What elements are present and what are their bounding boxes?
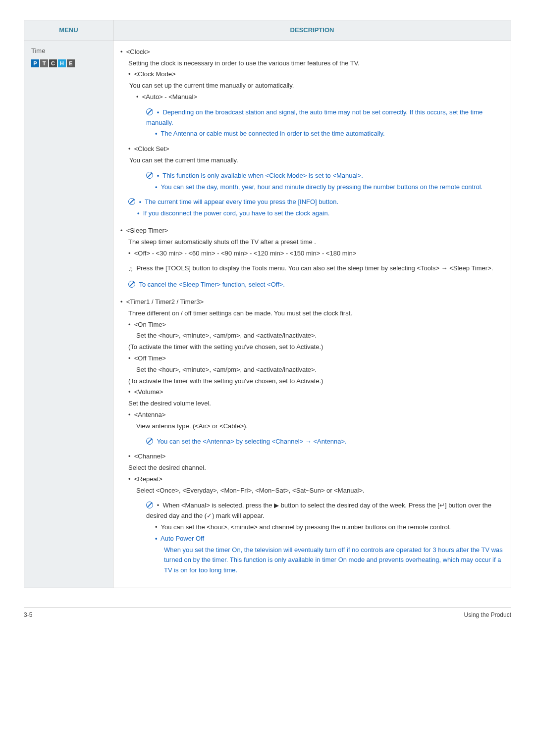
note-icon [146, 108, 153, 115]
sleep-cancel: To cancel the <Sleep Timer> function, se… [139, 281, 285, 288]
badge-p: P [31, 59, 39, 67]
timer-title: <Timer1 / Timer2 / Timer3> [126, 298, 204, 305]
timer-intro: Three different on / off timer settings … [120, 308, 504, 319]
note-icon [146, 172, 153, 179]
clock-title: <Clock> [126, 48, 150, 55]
badge-e: E [67, 59, 75, 67]
clock-set-title: <Clock Set> [134, 145, 169, 152]
clock-set-note1: This function is only available when <Cl… [162, 172, 363, 179]
ontime-l1: Set the <hour>, <minute>, <am/pm>, and <… [120, 331, 504, 341]
header-menu: MENU [24, 20, 113, 41]
sleep-desc: The sleep timer automatically shuts off … [120, 237, 504, 248]
note-icon [146, 438, 153, 445]
repeat-desc: Select <Once>, <Everyday>, <Mon~Fri>, <M… [120, 486, 504, 496]
badge-t: T [40, 59, 48, 67]
check-icon: ✓ [207, 512, 212, 519]
clock-mode-note1: Depending on the broadcast station and s… [146, 108, 482, 126]
offtime-l1: Set the <hour>, <minute>, <am/pm>, and <… [120, 365, 504, 375]
enter-icon: ↵ [439, 502, 445, 509]
badge-h: H [58, 59, 66, 67]
page-footer: 3-5 Using the Product [24, 607, 511, 620]
apo-desc: When you set the timer On, the televisio… [120, 545, 504, 576]
sleep-title: <Sleep Timer> [126, 227, 168, 234]
footer-left: 3-5 [24, 610, 32, 620]
ontime-title: <On Time> [134, 321, 166, 328]
badge-row: PTCHE [31, 58, 106, 69]
clock-info2: If you disconnect the power cord, you ha… [143, 209, 330, 217]
note-icon [128, 281, 135, 288]
header-description: DESCRIPTION [113, 20, 511, 41]
table-row: Time PTCHE • <Clock> Setting the clock i… [24, 41, 511, 588]
menu-title: Time [31, 46, 106, 56]
sleep-options: <Off> - <30 min> - <60 min> - <90 min> -… [134, 250, 357, 257]
clock-mode-title: <Clock Mode> [134, 70, 176, 78]
channel-desc: Select the desired channel. [120, 463, 504, 473]
clock-mode-options: <Auto> - <Manual> [142, 93, 197, 101]
tools-icon: ♫ [128, 264, 133, 275]
antenna-title: <Antenna> [134, 411, 166, 418]
antenna-note: You can set the <Antenna> by selecting <… [157, 438, 346, 445]
clock-intro: Setting the clock is necessary in order … [120, 58, 504, 69]
offtime-l2: (To activate the timer with the setting … [120, 376, 504, 387]
clock-info1: The current time will appear every time … [145, 198, 338, 205]
clock-mode-note2: The Antenna or cable must be connected i… [161, 130, 385, 137]
repeat-note1c: ) mark will appear. [212, 512, 264, 519]
menu-cell: Time PTCHE [24, 41, 113, 588]
repeat-title: <Repeat> [134, 475, 162, 483]
apo-title: Auto Power Off [160, 535, 204, 542]
volume-title: <Volume> [134, 388, 163, 396]
badge-c: C [49, 59, 57, 67]
timer-section: • <Timer1 / Timer2 / Timer3> Three diffe… [120, 297, 504, 576]
sleep-tools: Press the [TOOLS] button to display the … [136, 264, 493, 272]
offtime-title: <Off Time> [134, 354, 166, 362]
description-cell: • <Clock> Setting the clock is necessary… [113, 41, 511, 588]
clock-section: • <Clock> Setting the clock is necessary… [120, 47, 504, 219]
footer-right: Using the Product [464, 610, 511, 620]
clock-set-note2: You can set the day, month, year, hour a… [161, 183, 483, 191]
ontime-l2: (To activate the timer with the setting … [120, 342, 504, 353]
clock-set-desc: You can set the current time manually. [120, 155, 504, 166]
volume-desc: Set the desired volume level. [120, 399, 504, 409]
sleep-section: • <Sleep Timer> The sleep timer automati… [120, 226, 504, 290]
note-icon [146, 502, 153, 508]
repeat-note2: You can set the <hour>, <minute> and cha… [161, 523, 451, 531]
antenna-desc: View antenna type. (<Air> or <Cable>). [120, 421, 504, 432]
channel-title: <Channel> [134, 453, 166, 460]
clock-mode-desc: You can set up the current time manually… [120, 81, 504, 91]
note-icon [128, 198, 135, 205]
repeat-note1a: When <Manual> is selected, press the ▶ b… [162, 502, 439, 509]
description-table: MENU DESCRIPTION Time PTCHE • <Clock> Se… [24, 20, 511, 588]
